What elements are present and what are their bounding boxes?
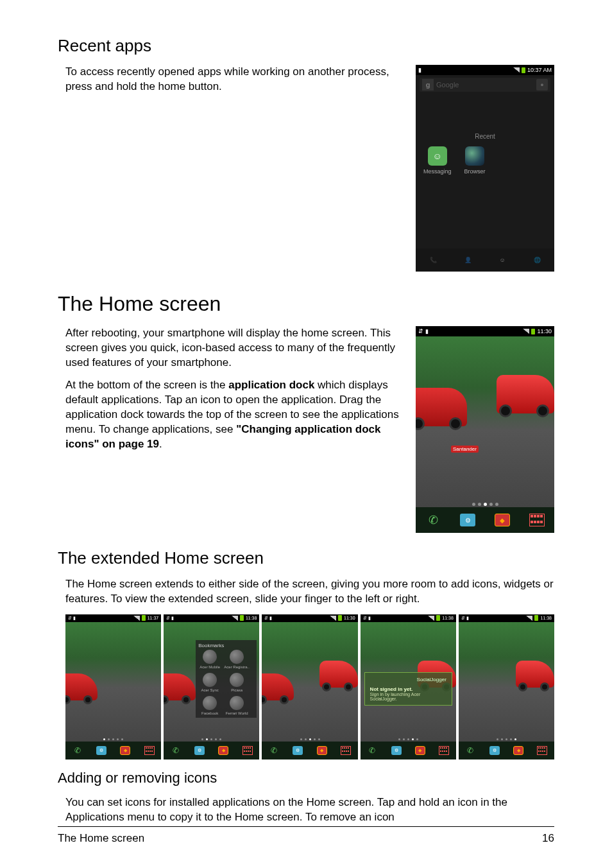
recent-label: Recent [416, 133, 554, 140]
dock-browser-icon: 🌐 [520, 248, 554, 272]
footer-page-number: 16 [542, 832, 554, 845]
usb-icon: ▮ [418, 67, 421, 73]
signal-icon [523, 329, 529, 334]
dock-apps-icon[interactable] [529, 514, 545, 526]
socialjogger-widget[interactable]: SocialJogger Not signed in yet. Sign in … [364, 672, 452, 706]
signal-icon [513, 67, 520, 73]
google-g-icon: g [422, 79, 434, 91]
battery-icon [531, 329, 535, 334]
recent-app-browser[interactable]: Browser [464, 146, 486, 175]
battery-icon [522, 67, 525, 73]
extended-home-thumbnails: ⇵ ▮11:37 ✆⚙◆ ⇵ ▮11:38 Bookmarks Acer Mob… [65, 614, 554, 759]
status-left-icons: ⇵ ▮ [418, 328, 429, 334]
browser-icon [465, 146, 484, 166]
home-panel-2: ⇵ ▮11:38 Bookmarks Acer Mobile Acer Regi… [164, 614, 259, 759]
heading-adding-removing: Adding or removing icons [58, 770, 554, 786]
page-indicator [416, 503, 554, 506]
voice-search-icon[interactable]: ● [536, 79, 548, 91]
sponsor-badge: Santander [451, 446, 479, 453]
google-search-bar[interactable]: g Google ● [420, 78, 550, 92]
home-panel-1: ⇵ ▮11:37 ✆⚙◆ [65, 614, 161, 759]
wallpaper: Santander [416, 336, 554, 507]
screenshot-recent-apps: ▮ 10:37 AM g Google ● Recent ☺ Messaging… [416, 65, 554, 272]
messaging-icon: ☺ [428, 146, 447, 166]
screenshot-home: ⇵ ▮ 11:30 Santander ✆ ⚙ ◆ [416, 326, 554, 533]
dock-dimmed: 📞 👤 ☺ 🌐 [416, 248, 554, 272]
recent-item-label: Messaging [423, 168, 452, 175]
dock-phone-icon: 📞 [416, 248, 450, 272]
status-bar: ▮ 10:37 AM [416, 65, 554, 75]
f1-car-right [497, 375, 554, 413]
page-footer: The Home screen 16 [58, 826, 554, 845]
dock-ferrari-icon[interactable]: ◆ [495, 514, 510, 526]
paragraph-adding-removing: You can set icons for installed applicat… [65, 795, 554, 825]
paragraph-extended-body: The Home screen extends to either side o… [65, 577, 554, 607]
bookmarks-widget[interactable]: Bookmarks Acer Mobile Acer Registra.. Ac… [196, 640, 257, 718]
search-placeholder: Google [436, 81, 534, 89]
home-panel-4: ⇵ ▮11:38 SocialJogger Not signed in yet.… [361, 614, 456, 759]
application-dock[interactable]: ✆ ⚙ ◆ [416, 507, 554, 533]
heading-home-screen: The Home screen [58, 292, 554, 316]
home-panel-3: ⇵ ▮11:30 ✆⚙◆ [262, 614, 357, 759]
status-time: 11:30 [537, 328, 552, 334]
recent-app-messaging[interactable]: ☺ Messaging [423, 146, 452, 175]
dock-messaging-icon: ☺ [485, 248, 520, 272]
footer-section-title: The Home screen [58, 832, 144, 845]
f1-car-left [416, 388, 467, 426]
dock-phone-icon[interactable]: ✆ [416, 507, 450, 533]
heading-extended-home: The extended Home screen [58, 548, 554, 568]
recent-item-label: Browser [464, 168, 486, 175]
heading-recent-apps: Recent apps [58, 36, 554, 56]
status-bar: ⇵ ▮ 11:30 [416, 326, 554, 336]
dock-contacts-icon: 👤 [450, 248, 485, 272]
status-time: 10:37 AM [527, 67, 552, 73]
home-panel-5: ⇵ ▮11:38 ✆⚙◆ [459, 614, 554, 759]
dock-app-icon[interactable]: ⚙ [460, 514, 475, 526]
